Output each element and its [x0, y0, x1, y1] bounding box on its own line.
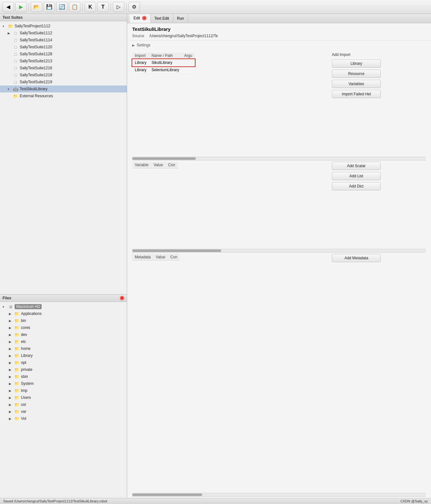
h-scrollbar-1[interactable]: [132, 157, 426, 160]
settings-button[interactable]: ⚙: [128, 2, 140, 12]
files-item-sbin[interactable]: ▶ 📁 sbin: [0, 373, 127, 380]
files-label-Library: Library: [21, 353, 33, 358]
files-root-item[interactable]: ▾ 🖥 Macintosh HD: [0, 303, 127, 310]
import-row-sikuli[interactable]: Library SikuliLibrary: [132, 59, 195, 66]
refresh-button[interactable]: 🔄: [56, 2, 68, 12]
t-button[interactable]: T: [97, 2, 109, 12]
tab-textedit-label: Text Edit: [154, 16, 169, 21]
tree-item-suite6[interactable]: □ SallyTestSuite1216: [0, 65, 127, 72]
files-item-opt[interactable]: ▶ 📁 opt: [0, 359, 127, 366]
tree-item-suite8[interactable]: □ SallyTestSuite1219: [0, 78, 127, 85]
test-suites-header: Test Suites: [0, 14, 127, 21]
folder-icon-bin: 📁: [14, 318, 20, 324]
files-item-var[interactable]: ▶ 📁 var: [0, 408, 127, 415]
tree-item-suite3[interactable]: □ SallyTestSuite1120: [0, 44, 127, 51]
files-arrow-var: ▶: [9, 410, 14, 413]
files-item-tmp[interactable]: ▶ 📁 tmp: [0, 387, 127, 394]
tree-label-suite1: SallyTestSuite1112: [20, 31, 52, 35]
files-label-private: private: [21, 367, 32, 372]
files-label-usr: usr: [21, 402, 26, 407]
import-col-import: Import: [132, 52, 149, 59]
tree-item-suite1[interactable]: ▶ □ SallyTestSuite1112: [0, 30, 127, 37]
toolbar-separator-3: [111, 3, 111, 11]
files-header: Files ✕: [0, 295, 127, 302]
variable-empty-area: [127, 190, 431, 248]
files-item-Library[interactable]: ▶ 📁 Library: [0, 352, 127, 359]
add-resource-button[interactable]: Resource: [332, 70, 381, 78]
toolbar-separator-4: [126, 3, 127, 11]
files-item-cores[interactable]: ▶ 📁 cores: [0, 324, 127, 331]
tab-edit[interactable]: Edit ✕: [130, 14, 151, 23]
forward-button[interactable]: ▶: [15, 2, 27, 12]
tree-item-suite2[interactable]: □ SallyTestSuite1114: [0, 37, 127, 44]
import-table-container: Import Name / Path Argu Library SikuliLi…: [132, 52, 329, 98]
tabs-bar: Edit ✕ Text Edit Run: [127, 14, 431, 23]
tree-item-suite7[interactable]: □ SallyTestSuite1218: [0, 72, 127, 78]
add-scalar-button[interactable]: Add Scalar: [332, 162, 381, 170]
files-item-vol[interactable]: ▶ 📁 Vol: [0, 415, 127, 422]
import-cell-name-0: SikuliLibrary: [149, 59, 182, 66]
files-title: Files: [3, 296, 11, 300]
files-label-tmp: tmp: [21, 388, 27, 393]
files-item-home[interactable]: ▶ 📁 home: [0, 345, 127, 352]
settings-toggle[interactable]: ▶ Settings: [132, 43, 426, 47]
back-button[interactable]: ◀: [3, 2, 14, 12]
files-item-bin[interactable]: ▶ 📁 bin: [0, 317, 127, 324]
folder-icon-Users: 📁: [14, 395, 20, 400]
files-close-button[interactable]: ✕: [120, 296, 124, 300]
add-list-button[interactable]: Add List: [332, 172, 381, 180]
import-failed-help-button[interactable]: Import Failed Hel: [332, 90, 381, 98]
tree-label-sikuli: TestSikuliLibrary: [20, 87, 47, 91]
files-arrow-Applications: ▶: [9, 312, 14, 316]
open-button[interactable]: 📂: [31, 2, 42, 12]
file-icon-suite8: □: [13, 79, 18, 85]
import-col-namepath: Name / Path: [149, 52, 182, 59]
file-icon-suite2: □: [13, 37, 18, 43]
tree-item-sikuli[interactable]: ▾ 🤖 TestSikuliLibrary: [0, 85, 127, 92]
files-item-private[interactable]: ▶ 📁 private: [0, 366, 127, 373]
files-item-dev[interactable]: ▶ 📁 dev: [0, 331, 127, 338]
bottom-spacer: [127, 262, 431, 492]
file-icon-suite3: □: [13, 44, 18, 50]
tab-textedit[interactable]: Text Edit: [151, 14, 173, 23]
add-dict-button[interactable]: Add Dict: [332, 182, 381, 190]
import-cell-args-1: [181, 66, 195, 74]
add-library-button[interactable]: Library: [332, 59, 381, 68]
tab-run-label: Run: [177, 16, 184, 21]
tree-label-suite2: SallyTestSuite1114: [20, 38, 52, 42]
run-button[interactable]: ▷: [113, 2, 124, 12]
files-item-etc[interactable]: ▶ 📁 etc: [0, 338, 127, 345]
copy-button[interactable]: 📋: [69, 2, 80, 12]
files-label-opt: opt: [21, 360, 26, 365]
k-button[interactable]: K: [85, 2, 96, 12]
tab-edit-close[interactable]: ✕: [142, 16, 147, 20]
files-item-Applications[interactable]: ▶ 📁 Applications: [0, 310, 127, 317]
tree-item-root[interactable]: ▾ 📁 SallyTestProject1112: [0, 23, 127, 30]
import-section: Import Name / Path Argu Library SikuliLi…: [127, 52, 431, 98]
tree-item-suite5[interactable]: □ SallyTestSuite1213: [0, 58, 127, 65]
h-scrollbar-2[interactable]: [132, 249, 426, 253]
tree-label-suite4: SallyTestSuite1128: [20, 52, 52, 56]
tree-label-root: SallyTestProject1112: [15, 24, 50, 28]
toolbar-separator-2: [82, 3, 83, 11]
tab-run[interactable]: Run: [173, 14, 188, 23]
add-metadata-button[interactable]: Add Metadata: [332, 254, 381, 262]
file-icon-suite7: □: [13, 72, 18, 78]
files-item-System[interactable]: ▶ 📁 System: [0, 380, 127, 387]
folder-icon-etc: 📁: [14, 339, 20, 344]
add-variables-button[interactable]: Variables: [332, 80, 381, 88]
tree-item-suite4[interactable]: □ SallyTestSuite1128: [0, 51, 127, 58]
import-table-header: Import Name / Path Argu: [132, 52, 195, 59]
files-item-Users[interactable]: ▶ 📁 Users: [0, 394, 127, 401]
import-cell-name-1: SeleniumLibrary: [149, 66, 182, 74]
tree-item-ext[interactable]: 📁 External Resources: [0, 92, 127, 99]
tree-label-suite6: SallyTestSuite1216: [20, 66, 52, 70]
files-item-usr[interactable]: ▶ 📁 usr: [0, 401, 127, 408]
import-row-selenium[interactable]: Library SeleniumLibrary: [132, 66, 195, 74]
files-label-bin: bin: [21, 318, 26, 323]
files-label-Users: Users: [21, 395, 31, 400]
files-arrow-cores: ▶: [9, 326, 14, 330]
save-button[interactable]: 💾: [44, 2, 55, 12]
status-credit: CSDN @Sally_xy: [400, 499, 428, 503]
h-scrollbar-3[interactable]: [132, 493, 426, 497]
